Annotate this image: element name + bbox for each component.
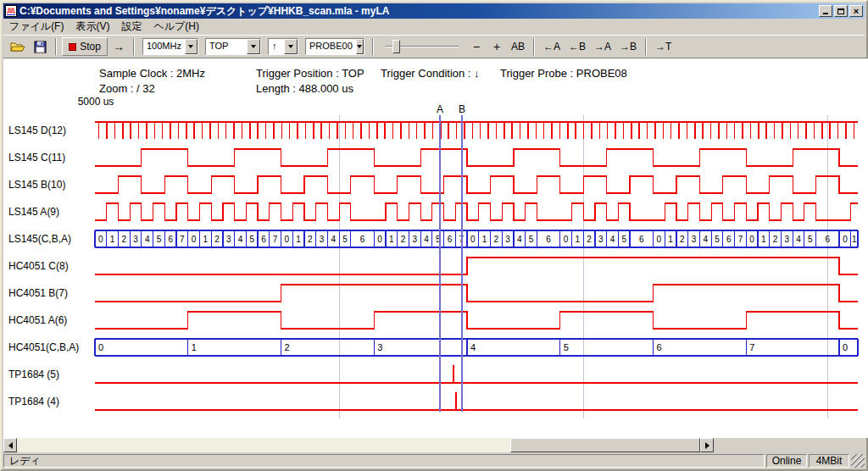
scrollbar-thumb[interactable]: [510, 438, 700, 452]
bus-value: 3: [785, 235, 790, 244]
statusbar: レディ Online 4MBit: [3, 452, 865, 468]
window-title: C:¥Documents and Settings¥noname¥デスクトップ¥…: [19, 4, 816, 19]
titlebar[interactable]: C:¥Documents and Settings¥noname¥デスクトップ¥…: [3, 3, 865, 19]
trigger-position-value: TOP: [206, 39, 247, 54]
bus-value: 6: [261, 235, 266, 244]
sample-clock-info: Sample Clock : 2MHz: [99, 67, 205, 80]
bus-value: 5: [564, 342, 569, 352]
toolbar-separator: [372, 38, 374, 55]
goto-a-right-button[interactable]: →A: [591, 37, 615, 56]
zoom-out-button[interactable]: −: [467, 37, 486, 56]
status-memory: 4MBit: [809, 454, 849, 468]
slider-thumb[interactable]: [392, 40, 400, 53]
bus-value: 1: [389, 235, 394, 244]
close-button[interactable]: ×: [849, 5, 863, 17]
marker-label: A: [437, 103, 443, 115]
bus-value: 0: [98, 342, 103, 352]
scroll-right-button[interactable]: [700, 438, 714, 452]
bus-value: 2: [773, 235, 778, 244]
digital-trace: [95, 149, 858, 166]
bus-value: 7: [180, 235, 185, 244]
bus-value: 4: [610, 235, 615, 244]
status-ready: レディ: [3, 454, 765, 468]
bus-value: 5: [621, 235, 626, 244]
trigger-probe-info: Trigger Probe : PROBE08: [500, 67, 627, 80]
toolbar-separator: [55, 38, 57, 55]
waveform-plot[interactable]: 0123456701234567012345601234567012345601…: [2, 103, 868, 425]
toolbar: Stop → 100MHz TOP ↑ PROBE00 − + AB ←A: [3, 35, 865, 58]
trigger-edge-value: ↑: [269, 39, 284, 54]
bus-value: 4: [517, 235, 522, 244]
bus-value: 0: [657, 235, 662, 244]
bus-value: 4: [796, 235, 801, 244]
marker-label: B: [459, 103, 465, 115]
menu-settings[interactable]: 設定: [115, 18, 147, 36]
scroll-left-button[interactable]: [3, 438, 17, 452]
ab-button[interactable]: AB: [508, 37, 528, 56]
bus-value: 6: [168, 235, 173, 244]
trigger-position-info: Trigger Position : TOP: [256, 67, 364, 80]
bus-value: 4: [424, 235, 429, 244]
open-button[interactable]: [7, 37, 29, 56]
bus-value: 3: [320, 235, 325, 244]
bus-value: 6: [360, 235, 365, 244]
status-online: Online: [766, 454, 807, 468]
bus-value: 1: [761, 235, 766, 244]
goto-b-right-button[interactable]: →B: [616, 37, 640, 56]
bus-value: 1: [192, 342, 197, 352]
chevron-down-icon[interactable]: [284, 39, 298, 54]
stop-icon: [69, 43, 76, 51]
chevron-down-icon[interactable]: [185, 39, 198, 54]
bus-value: 6: [448, 235, 453, 244]
maximize-icon: [837, 8, 844, 14]
chevron-down-icon[interactable]: [356, 39, 364, 54]
bus-value: 1: [576, 235, 581, 244]
resize-grip[interactable]: [851, 454, 865, 468]
bus-value: 3: [692, 235, 697, 244]
zoom-in-button[interactable]: +: [487, 37, 506, 56]
bus-value: 0: [98, 235, 103, 244]
bus-value: 6: [639, 235, 644, 244]
bus-value: 1: [668, 235, 673, 244]
bus-value: 5: [808, 235, 813, 244]
trigger-probe-combo[interactable]: PROBE00: [305, 38, 364, 55]
zoom-info: Zoom : / 32: [99, 82, 155, 95]
arrow-left-icon: [8, 442, 13, 449]
run-button[interactable]: →: [109, 37, 128, 56]
bus-value: 4: [470, 342, 476, 352]
goto-trigger-button[interactable]: →T: [652, 37, 675, 56]
stop-label: Stop: [80, 41, 101, 53]
toolbar-separator: [533, 38, 535, 55]
trigger-edge-combo[interactable]: ↑: [268, 38, 298, 55]
trigger-position-combo[interactable]: TOP: [205, 38, 261, 55]
bus-value: 0: [192, 235, 197, 244]
menu-file[interactable]: ファイル(F): [3, 18, 70, 36]
maximize-button[interactable]: [834, 5, 848, 17]
horizontal-scrollbar[interactable]: [3, 438, 714, 452]
minimize-icon: [823, 8, 828, 14]
bus-value: 5: [249, 235, 254, 244]
menu-view[interactable]: 表示(V): [70, 18, 115, 36]
chevron-down-icon[interactable]: [247, 39, 260, 54]
zoom-slider[interactable]: [386, 37, 459, 56]
bus-value: 2: [285, 342, 290, 352]
bus-value: 6: [726, 235, 732, 244]
menu-help[interactable]: ヘルプ(H): [147, 18, 205, 36]
bus-value: 4: [238, 235, 243, 244]
bus-value: 3: [133, 235, 138, 244]
scrollbar-track[interactable]: [17, 438, 700, 452]
goto-a-left-button[interactable]: ←A: [540, 37, 564, 56]
bus-value: 7: [749, 342, 754, 352]
menubar: ファイル(F) 表示(V) 設定 ヘルプ(H): [3, 19, 865, 35]
sample-clock-value: 100MHz: [143, 39, 185, 54]
bus-value: 3: [413, 235, 418, 244]
minimize-button[interactable]: [819, 5, 832, 17]
digital-trace: [95, 203, 858, 220]
sample-clock-combo[interactable]: 100MHz: [142, 38, 198, 55]
bus-value: 1: [852, 235, 857, 244]
save-button[interactable]: [31, 37, 50, 56]
bus-value: 0: [749, 235, 754, 244]
stop-button[interactable]: Stop: [62, 37, 108, 56]
goto-b-left-button[interactable]: ←B: [565, 37, 589, 56]
trigger-condition-info: Trigger Condition : ↓: [381, 67, 480, 80]
